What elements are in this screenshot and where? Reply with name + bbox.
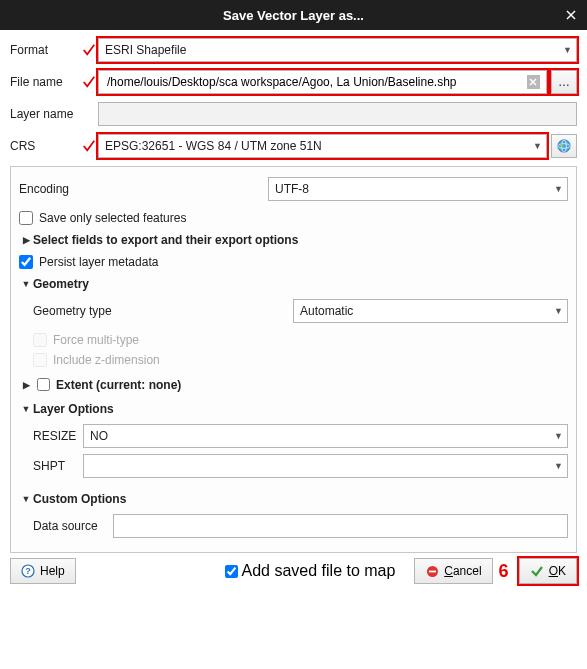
help-icon: ? [21, 564, 35, 578]
geometry-type-label: Geometry type [33, 304, 293, 318]
ellipsis-icon: … [558, 75, 570, 89]
cancel-label: Cancel [444, 564, 481, 578]
data-source-input[interactable] [113, 514, 568, 538]
geometry-type-row: Geometry type Automatic ▼ [33, 299, 568, 323]
backspace-x-icon [529, 78, 537, 86]
close-icon [566, 10, 576, 20]
format-checkmark-annotation [80, 43, 98, 57]
extent-checkbox[interactable] [37, 378, 50, 391]
filename-label: File name [10, 75, 80, 89]
crs-checkmark-annotation [80, 139, 98, 153]
geometry-header[interactable]: ▼ Geometry [19, 277, 568, 291]
triangle-down-icon: ▼ [19, 279, 33, 289]
crs-row: CRS EPSG:32651 - WGS 84 / UTM zone 51N ▼ [10, 134, 577, 158]
encoding-value: UTF-8 [275, 182, 309, 196]
crs-value: EPSG:32651 - WGS 84 / UTM zone 51N [105, 139, 322, 153]
svg-text:?: ? [25, 566, 31, 576]
extent-label: Extent (current: none) [56, 378, 181, 392]
shpt-row: SHPT ▼ [33, 454, 568, 478]
layername-label: Layer name [10, 107, 80, 121]
select-crs-button[interactable] [551, 134, 577, 158]
crs-label: CRS [10, 139, 80, 153]
persist-metadata-row: Persist layer metadata [19, 255, 568, 269]
layername-input[interactable] [98, 102, 577, 126]
layer-options-header[interactable]: ▼ Layer Options [19, 402, 568, 416]
filename-row: File name … [10, 70, 577, 94]
save-selected-checkbox[interactable] [19, 211, 33, 225]
geometry-sub: Geometry type Automatic ▼ Force multi-ty… [33, 299, 568, 367]
ok-button[interactable]: OK [519, 558, 577, 584]
format-combo[interactable]: ESRI Shapefile ▼ [98, 38, 577, 62]
globe-icon [556, 138, 572, 154]
custom-options-sub: Data source [33, 514, 568, 538]
dialog-content: Format ESRI Shapefile ▼ File name … Laye… [0, 30, 587, 553]
svg-rect-10 [429, 570, 436, 572]
window-title: Save Vector Layer as... [223, 8, 364, 23]
force-multi-checkbox [33, 333, 47, 347]
format-label: Format [10, 43, 80, 57]
title-bar: Save Vector Layer as... [0, 0, 587, 30]
include-z-label: Include z-dimension [53, 353, 160, 367]
format-row: Format ESRI Shapefile ▼ [10, 38, 577, 62]
force-multi-label: Force multi-type [53, 333, 139, 347]
layer-options-sub: RESIZE NO ▼ SHPT ▼ [33, 424, 568, 478]
save-selected-row: Save only selected features [19, 211, 568, 225]
options-panel: Encoding UTF-8 ▼ Save only selected feat… [10, 166, 577, 553]
clear-filename-button[interactable] [527, 75, 540, 89]
triangle-down-icon: ▼ [19, 494, 33, 504]
step-annotation: 6 [499, 561, 509, 582]
layername-field[interactable] [105, 106, 570, 122]
chevron-down-icon: ▼ [554, 306, 563, 316]
shpt-label: SHPT [33, 459, 83, 473]
resize-combo[interactable]: NO ▼ [83, 424, 568, 448]
save-selected-label: Save only selected features [39, 211, 186, 225]
layername-row: Layer name [10, 102, 577, 126]
filename-field[interactable] [105, 74, 523, 90]
filename-input[interactable] [98, 70, 547, 94]
geometry-type-combo[interactable]: Automatic ▼ [293, 299, 568, 323]
dialog-footer: ? Help Add saved file to map Cancel 6 OK [0, 554, 587, 588]
shpt-combo[interactable]: ▼ [83, 454, 568, 478]
triangle-down-icon: ▼ [19, 404, 33, 414]
custom-options-title: Custom Options [33, 492, 126, 506]
chevron-down-icon: ▼ [563, 45, 572, 55]
select-fields-label: Select fields to export and their export… [33, 233, 298, 247]
cancel-icon [425, 564, 439, 578]
chevron-down-icon: ▼ [533, 141, 542, 151]
ok-icon [530, 564, 544, 578]
resize-label: RESIZE [33, 429, 83, 443]
triangle-right-icon: ▶ [19, 380, 33, 390]
add-to-map-label: Add saved file to map [242, 562, 396, 580]
chevron-down-icon: ▼ [554, 184, 563, 194]
custom-options-header[interactable]: ▼ Custom Options [19, 492, 568, 506]
format-value: ESRI Shapefile [105, 43, 186, 57]
chevron-down-icon: ▼ [554, 431, 563, 441]
filename-checkmark-annotation [80, 75, 98, 89]
chevron-down-icon: ▼ [554, 461, 563, 471]
add-to-map-checkbox[interactable] [225, 565, 238, 578]
encoding-label: Encoding [19, 182, 268, 196]
ok-label: OK [549, 564, 566, 578]
include-z-checkbox [33, 353, 47, 367]
data-source-label: Data source [33, 519, 113, 533]
data-source-field[interactable] [120, 518, 561, 534]
browse-filename-button[interactable]: … [551, 70, 577, 94]
geometry-type-value: Automatic [300, 304, 353, 318]
close-button[interactable] [561, 5, 581, 25]
encoding-row: Encoding UTF-8 ▼ [19, 177, 568, 201]
resize-value: NO [90, 429, 108, 443]
crs-combo[interactable]: EPSG:32651 - WGS 84 / UTM zone 51N ▼ [98, 134, 547, 158]
persist-metadata-checkbox[interactable] [19, 255, 33, 269]
force-multi-row: Force multi-type [33, 333, 568, 347]
encoding-combo[interactable]: UTF-8 ▼ [268, 177, 568, 201]
extent-header[interactable]: ▶ Extent (current: none) [19, 375, 568, 394]
data-source-row: Data source [33, 514, 568, 538]
persist-metadata-label: Persist layer metadata [39, 255, 158, 269]
triangle-right-icon: ▶ [19, 235, 33, 245]
cancel-button[interactable]: Cancel [414, 558, 492, 584]
help-button[interactable]: ? Help [10, 558, 76, 584]
select-fields-header[interactable]: ▶ Select fields to export and their expo… [19, 233, 568, 247]
include-z-row: Include z-dimension [33, 353, 568, 367]
help-label: Help [40, 564, 65, 578]
svg-point-4 [558, 140, 570, 152]
